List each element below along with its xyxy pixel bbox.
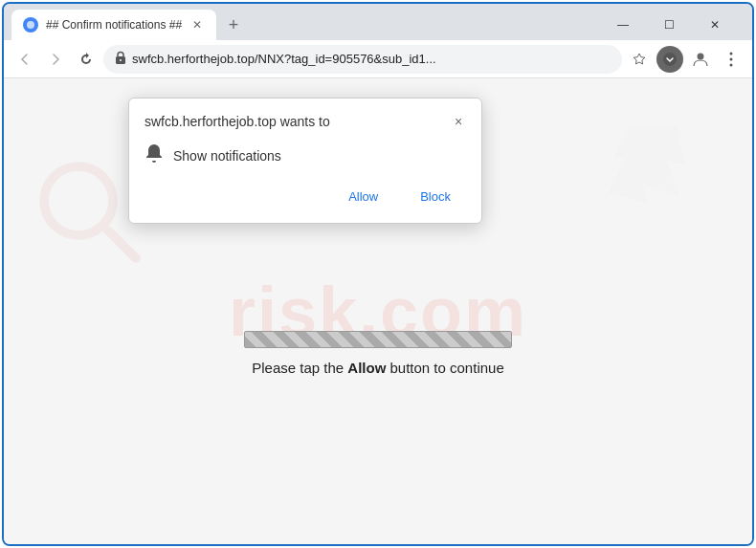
tab-close-button[interactable]: ✕ <box>189 17 205 33</box>
block-button[interactable]: Block <box>403 184 468 209</box>
menu-button[interactable] <box>718 46 745 73</box>
bell-icon <box>145 142 164 168</box>
instruction-text: Please tap the Allow button to continue <box>244 360 512 376</box>
refresh-button[interactable] <box>73 46 100 73</box>
url-path: /NNX?tag_id=905576&sub_id1... <box>255 52 436 66</box>
tab-favicon <box>23 17 38 33</box>
minimize-button[interactable]: — <box>601 10 645 40</box>
back-button[interactable] <box>11 46 38 73</box>
chrome-arrow-button[interactable] <box>656 46 683 73</box>
browser-tab[interactable]: ## Confirm notifications ## ✕ <box>11 10 216 40</box>
dialog-close-button[interactable]: × <box>449 112 468 131</box>
dialog-body: Show notifications <box>129 137 481 184</box>
notification-permission-dialog: swfcb.herforthejob.top wants to × Show n… <box>128 98 482 224</box>
svg-point-5 <box>730 52 733 55</box>
svg-line-9 <box>103 226 136 258</box>
svg-point-7 <box>730 63 733 66</box>
lock-icon <box>115 51 126 67</box>
tab-title: ## Confirm notifications ## <box>46 18 182 32</box>
bg-arrow-icon <box>599 117 695 230</box>
svg-point-2 <box>120 59 122 61</box>
dialog-title: swfcb.herforthejob.top wants to <box>145 114 330 129</box>
dialog-header: swfcb.herforthejob.top wants to × <box>129 99 481 137</box>
instruction-suffix: button to continue <box>386 360 503 376</box>
permission-text: Show notifications <box>173 148 281 164</box>
url-domain: swfcb.herforthejob.top <box>132 52 255 66</box>
svg-point-6 <box>730 57 733 60</box>
profile-button[interactable] <box>687 46 714 73</box>
instruction-bold: Allow <box>347 360 386 376</box>
nav-bar: swfcb.herforthejob.top/NNX?tag_id=905576… <box>4 40 752 78</box>
address-bar[interactable]: swfcb.herforthejob.top/NNX?tag_id=905576… <box>103 45 622 74</box>
svg-point-0 <box>27 21 34 29</box>
bookmark-button[interactable] <box>626 46 653 73</box>
allow-button[interactable]: Allow <box>331 184 395 209</box>
window-controls: — ☐ ✕ <box>601 10 745 40</box>
close-button[interactable]: ✕ <box>693 10 737 40</box>
new-tab-button[interactable]: + <box>220 11 247 38</box>
progress-bar <box>244 331 512 348</box>
browser-frame: ## Confirm notifications ## ✕ + — ☐ ✕ sw… <box>2 2 754 546</box>
forward-button[interactable] <box>42 46 69 73</box>
progress-container: Please tap the Allow button to continue <box>244 331 512 376</box>
svg-point-3 <box>663 53 677 66</box>
url-text: swfcb.herforthejob.top/NNX?tag_id=905576… <box>132 52 611 66</box>
page-content: risk.com swfcb.herforthejob.top wants to… <box>4 78 752 544</box>
dialog-actions: Allow Block <box>129 184 481 223</box>
svg-point-8 <box>44 166 113 235</box>
instruction-prefix: Please tap the <box>252 360 347 376</box>
maximize-button[interactable]: ☐ <box>647 10 691 40</box>
svg-point-4 <box>698 53 704 59</box>
tab-bar: ## Confirm notifications ## ✕ + — ☐ ✕ <box>4 4 752 40</box>
